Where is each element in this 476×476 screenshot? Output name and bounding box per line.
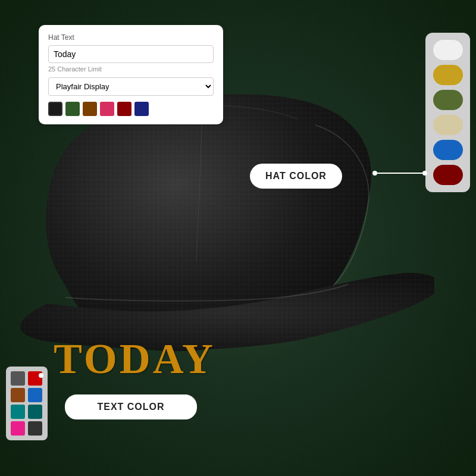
text-color-dot — [39, 373, 43, 378]
text-color-brown[interactable] — [11, 388, 25, 402]
hat-color-connector — [375, 173, 422, 174]
font-color-dark-red[interactable] — [117, 102, 131, 116]
font-color-navy[interactable] — [134, 102, 149, 116]
char-limit-label: 25 Character Limit — [48, 65, 214, 73]
font-color-pink[interactable] — [100, 102, 114, 116]
text-color-teal[interactable] — [11, 405, 25, 419]
hat-color-blue[interactable] — [433, 140, 463, 160]
hat-color-panel — [425, 33, 470, 192]
hat-color-beige[interactable] — [433, 115, 463, 135]
hat-color-label[interactable]: HAT COLOR — [250, 164, 342, 189]
hat-color-white[interactable] — [433, 40, 463, 60]
hat-text-display: TODAY — [54, 334, 215, 384]
font-select[interactable]: Playfair Display Arial Georgia Times New… — [48, 77, 214, 96]
text-color-dark-gray[interactable] — [28, 421, 42, 436]
hat-text-input[interactable] — [48, 45, 214, 63]
text-color-pink[interactable] — [11, 421, 25, 436]
hat-color-dark-red[interactable] — [433, 165, 463, 185]
text-color-label[interactable]: TEXT COLOR — [65, 394, 197, 419]
font-color-black[interactable] — [48, 102, 62, 116]
text-color-gray[interactable] — [11, 371, 25, 386]
font-color-brown[interactable] — [83, 102, 97, 116]
hat-color-dot-right — [422, 171, 427, 176]
text-color-blue[interactable] — [28, 388, 42, 402]
hat-text-panel: Hat Text 25 Character Limit Playfair Dis… — [39, 25, 223, 124]
hat-color-dot-left — [372, 171, 377, 176]
text-color-dark-teal[interactable] — [28, 405, 42, 419]
font-colors — [48, 102, 214, 116]
hat-color-gold[interactable] — [433, 65, 463, 85]
hat-text-label: Hat Text — [48, 33, 214, 42]
font-color-dark-green[interactable] — [65, 102, 80, 116]
hat-color-olive[interactable] — [433, 90, 463, 110]
